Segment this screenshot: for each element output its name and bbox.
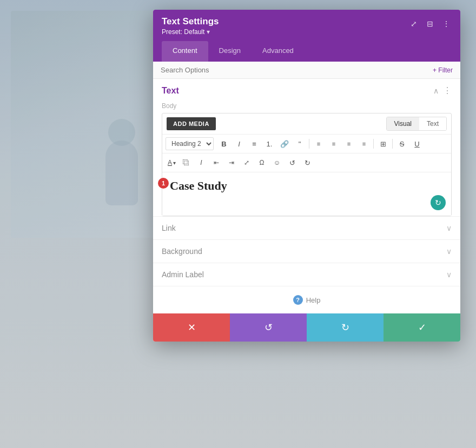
modal-footer: ✕ ↺ ↻ ✓ — [153, 313, 460, 342]
modal-preset: Preset: Default ▾ — [162, 28, 219, 36]
admin-label-section[interactable]: Admin Label ∨ — [153, 263, 460, 286]
fullscreen-button[interactable]: ⤢ — [240, 156, 254, 170]
table-button[interactable]: ⊞ — [376, 137, 390, 151]
copy-paste-button[interactable]: ⿻ — [179, 156, 193, 170]
unordered-list-button[interactable]: ≡ — [247, 137, 261, 151]
toolbar-divider-3 — [392, 139, 393, 149]
tab-visual[interactable]: Visual — [387, 117, 419, 130]
special-chars-button[interactable]: Ω — [255, 156, 269, 170]
link-label: Link — [162, 224, 176, 232]
tab-content[interactable]: Content — [162, 41, 208, 62]
editor-area: ADD MEDIA Visual Text Heading 2 B I ≡ 1.… — [162, 113, 452, 216]
body-label: Body — [153, 100, 460, 113]
tab-design[interactable]: Design — [208, 41, 252, 62]
expand-icon[interactable]: ⤢ — [408, 18, 419, 29]
search-bar: + Filter — [153, 62, 460, 79]
section-collapse-icon[interactable]: ∧ — [433, 86, 439, 95]
align-right-button[interactable]: ≡ — [342, 137, 356, 151]
confirm-button[interactable]: ✓ — [384, 313, 460, 342]
editor-content[interactable]: 1 Case Study ↻ — [162, 172, 451, 216]
toolbar-divider-1 — [309, 139, 309, 149]
background-chevron-icon: ∨ — [446, 247, 452, 256]
modal-title-area: Text Settings Preset: Default ▾ — [162, 16, 219, 36]
admin-label-chevron-icon: ∨ — [446, 270, 452, 279]
add-media-button[interactable]: ADD MEDIA — [167, 117, 216, 130]
admin-label-text: Admin Label — [162, 270, 204, 279]
redo-small-button[interactable]: ↻ — [300, 156, 314, 170]
modal-title: Text Settings — [162, 16, 219, 27]
color-label: A — [168, 159, 172, 166]
heading-select[interactable]: Heading 2 — [166, 137, 214, 150]
text-settings-modal: Text Settings Preset: Default ▾ ⤢ ⊟ ⋮ Co… — [153, 10, 460, 342]
background-label: Background — [162, 247, 202, 256]
italic-button[interactable]: I — [232, 137, 246, 151]
ordered-list-button[interactable]: 1. — [262, 137, 276, 151]
modal-tabs: Content Design Advanced — [153, 41, 460, 62]
tab-advanced[interactable]: Advanced — [252, 41, 305, 62]
section-text-title: Text — [162, 86, 179, 96]
background-section[interactable]: Background ∨ — [153, 239, 460, 263]
align-justify-button[interactable]: ≡ — [357, 137, 371, 151]
outdent-button[interactable]: ⇤ — [209, 156, 223, 170]
redo-button[interactable]: ↻ — [307, 313, 384, 342]
strikethrough-button[interactable]: S — [395, 137, 409, 151]
help-area: ? Help — [153, 286, 460, 313]
undo-button[interactable]: ↺ — [230, 313, 307, 342]
link-section[interactable]: Link ∨ — [153, 216, 460, 239]
editor-text[interactable]: Case Study — [170, 179, 444, 193]
color-chevron: ▾ — [173, 160, 176, 166]
blockquote-button[interactable]: " — [293, 137, 307, 151]
search-input[interactable] — [161, 66, 433, 74]
toolbar-row-1: Heading 2 B I ≡ 1. 🔗 " ≡ ≡ ≡ ≡ ⊞ S U — [162, 135, 451, 153]
align-left-button[interactable]: ≡ — [312, 137, 326, 151]
more-icon[interactable]: ⋮ — [441, 18, 452, 29]
indent-button[interactable]: ⇥ — [224, 156, 239, 170]
columns-icon[interactable]: ⊟ — [425, 18, 435, 29]
modal-body: Text ∧ ⋮ Body ADD MEDIA Visual Text Head… — [153, 79, 460, 313]
link-button[interactable]: 🔗 — [277, 137, 292, 151]
modal-header: Text Settings Preset: Default ▾ ⤢ ⊟ ⋮ — [153, 10, 460, 41]
text-section-header: Text ∧ ⋮ — [153, 79, 460, 100]
help-label[interactable]: Help — [306, 296, 321, 304]
modal-header-icons: ⤢ ⊟ ⋮ — [408, 18, 452, 29]
cancel-button[interactable]: ✕ — [153, 313, 230, 342]
tab-text[interactable]: Text — [419, 117, 446, 130]
align-center-button[interactable]: ≡ — [327, 137, 341, 151]
color-picker-button[interactable]: A ▾ — [166, 157, 178, 168]
number-badge: 1 — [158, 178, 169, 189]
italic-alt-button[interactable]: I — [194, 156, 208, 170]
editor-top-row: ADD MEDIA Visual Text — [162, 113, 451, 135]
filter-button[interactable]: + Filter — [433, 66, 453, 74]
toolbar-divider-2 — [373, 139, 374, 149]
underline-button[interactable]: U — [410, 137, 424, 151]
section-controls: ∧ ⋮ — [433, 85, 452, 96]
link-chevron-icon: ∨ — [446, 224, 452, 232]
refresh-button[interactable]: ↻ — [431, 195, 446, 210]
emoji-button[interactable]: ☺ — [270, 156, 284, 170]
section-more-icon[interactable]: ⋮ — [443, 85, 452, 96]
visual-text-tabs: Visual Text — [386, 117, 447, 131]
toolbar-row-2: A ▾ ⿻ I ⇤ ⇥ ⤢ Ω ☺ ↺ ↻ — [162, 153, 451, 172]
undo-small-button[interactable]: ↺ — [285, 156, 299, 170]
bold-button[interactable]: B — [217, 137, 231, 151]
help-icon[interactable]: ? — [293, 295, 303, 305]
